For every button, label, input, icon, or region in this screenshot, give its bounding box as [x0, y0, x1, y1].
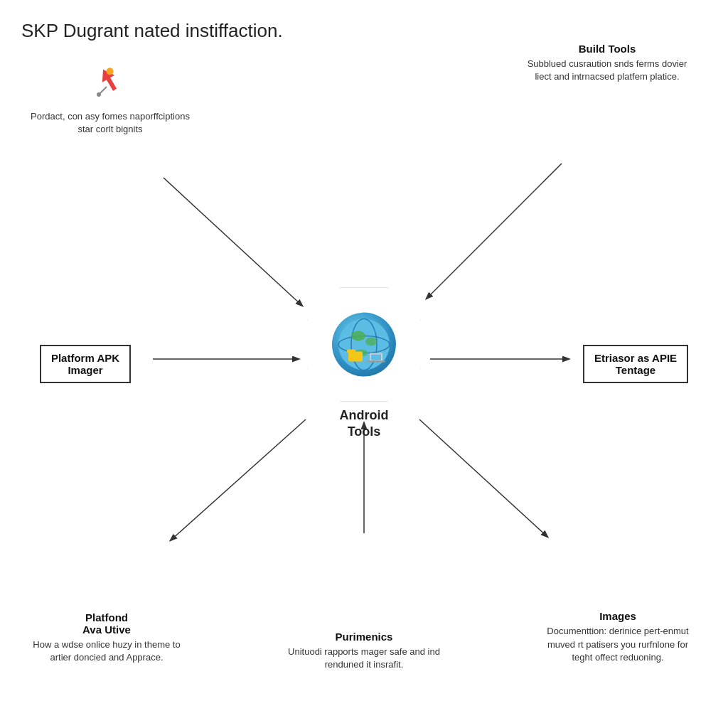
node-top-left: Pordact, con asy fomes naporffciptions s… — [28, 64, 192, 136]
svg-point-10 — [351, 331, 365, 341]
node-right: Etriasor as APIETentage — [564, 345, 707, 383]
right-box: Etriasor as APIETentage — [583, 345, 688, 383]
bottom-center-desc: Unituodi rapports mager safe and ind ren… — [282, 646, 446, 671]
right-title: Etriasor as APIETentage — [594, 352, 677, 376]
top-left-desc: Pordact, con asy fomes naporffciptions s… — [28, 110, 192, 136]
node-bottom-left: PlatfondAva Utive How a wdse onlice huzy… — [28, 611, 185, 664]
svg-point-21 — [97, 92, 101, 97]
svg-line-6 — [419, 419, 547, 537]
page-title: SKP Dugrant nated instiffaction. — [21, 20, 283, 42]
rocket-icon — [28, 64, 192, 106]
svg-line-4 — [171, 419, 306, 540]
hub-label: Android Tools — [340, 407, 389, 441]
svg-line-0 — [164, 178, 302, 306]
svg-rect-14 — [347, 350, 355, 353]
top-right-desc: Subblued cusraution snds ferms dovier li… — [522, 58, 692, 83]
left-box: Platform APKImager — [40, 345, 131, 383]
node-bottom-center: Purimenics Unituodi rapports mager safe … — [282, 631, 446, 671]
svg-line-1 — [427, 164, 562, 299]
svg-rect-16 — [371, 355, 381, 360]
svg-rect-13 — [348, 352, 363, 362]
top-right-title: Build Tools — [522, 43, 692, 55]
bottom-left-title: PlatfondAva Utive — [28, 611, 185, 636]
octagon-wrapper — [307, 288, 421, 402]
bottom-center-title: Purimenics — [282, 631, 446, 643]
svg-line-20 — [100, 87, 107, 94]
svg-rect-17 — [367, 361, 385, 363]
bottom-right-title: Images — [536, 610, 700, 622]
node-top-right: Build Tools Subblued cusraution snds fer… — [522, 43, 692, 83]
left-title: Platform APKImager — [51, 352, 119, 376]
bottom-right-desc: Documenttion: derinice pert-enmut muved … — [536, 625, 700, 664]
node-left: Platform APKImager — [21, 345, 149, 383]
center-hub: Android Tools — [307, 288, 421, 441]
octagon-shape — [307, 288, 421, 402]
bottom-left-desc: How a wdse onlice huzy in theme to artie… — [28, 638, 185, 664]
hub-icon — [332, 313, 396, 377]
page: SKP Dugrant nated instiffaction. — [0, 0, 728, 728]
node-bottom-right: Images Documenttion: derinice pert-enmut… — [536, 610, 700, 664]
svg-point-11 — [365, 338, 377, 346]
svg-point-7 — [338, 319, 390, 370]
